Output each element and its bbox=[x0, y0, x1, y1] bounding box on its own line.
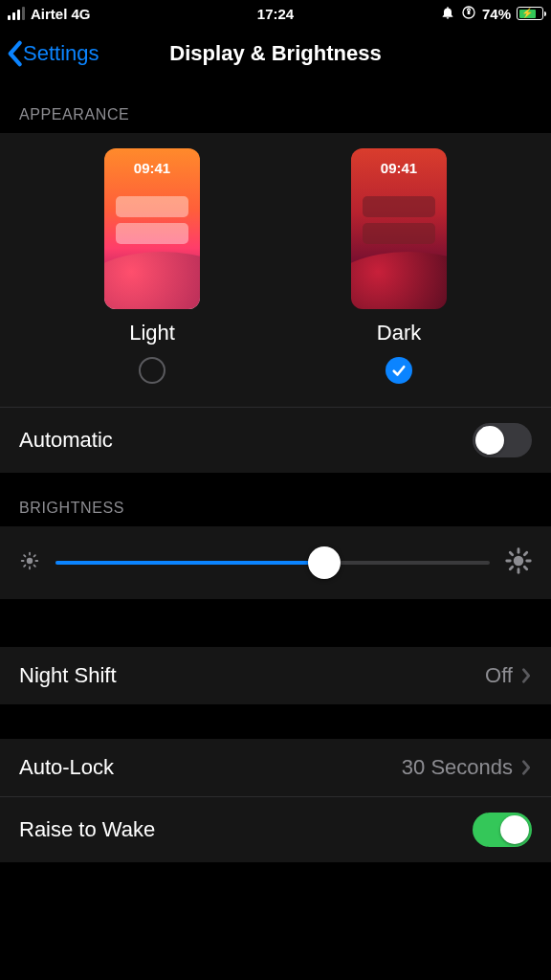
appearance-panel: 09:41 Light 09:41 Dark Automatic bbox=[0, 133, 551, 473]
svg-line-8 bbox=[24, 566, 25, 567]
light-preview-thumbnail: 09:41 bbox=[104, 148, 200, 309]
svg-point-10 bbox=[514, 556, 524, 567]
brightness-low-icon bbox=[19, 550, 40, 575]
svg-line-18 bbox=[524, 552, 526, 554]
battery-icon: ⚡ bbox=[517, 7, 543, 20]
brightness-header: BRIGHTNESS bbox=[0, 473, 551, 526]
svg-line-7 bbox=[34, 566, 35, 567]
automatic-row: Automatic bbox=[0, 407, 551, 473]
chevron-left-icon bbox=[6, 40, 23, 67]
back-label: Settings bbox=[23, 41, 99, 66]
page-title: Display & Brightness bbox=[169, 41, 381, 66]
appearance-option-dark[interactable]: 09:41 Dark bbox=[322, 148, 475, 384]
raise-to-wake-toggle[interactable] bbox=[473, 813, 532, 847]
light-label: Light bbox=[129, 321, 175, 345]
svg-line-16 bbox=[524, 567, 526, 568]
svg-line-6 bbox=[24, 555, 25, 556]
brightness-panel bbox=[0, 526, 551, 599]
svg-line-9 bbox=[34, 555, 35, 556]
back-button[interactable]: Settings bbox=[0, 40, 99, 67]
appearance-header: APPEARANCE bbox=[0, 79, 551, 133]
status-time: 17:24 bbox=[257, 6, 294, 22]
light-radio[interactable] bbox=[139, 357, 165, 384]
chevron-right-icon bbox=[520, 667, 532, 684]
svg-line-15 bbox=[510, 552, 512, 554]
auto-lock-row[interactable]: Auto-Lock 30 Seconds bbox=[0, 739, 551, 796]
brightness-slider[interactable] bbox=[55, 561, 490, 565]
svg-point-1 bbox=[27, 558, 33, 564]
night-shift-row[interactable]: Night Shift Off bbox=[0, 647, 551, 704]
alarm-icon bbox=[440, 5, 455, 23]
preview-time: 09:41 bbox=[104, 160, 200, 176]
nav-bar: Settings Display & Brightness bbox=[0, 27, 551, 79]
night-shift-value: Off bbox=[485, 663, 513, 688]
dark-preview-thumbnail: 09:41 bbox=[351, 148, 447, 309]
brightness-slider-thumb[interactable] bbox=[308, 546, 341, 579]
auto-lock-value: 30 Seconds bbox=[402, 755, 513, 780]
svg-line-17 bbox=[510, 567, 512, 568]
status-bar: Airtel 4G 17:24 74% ⚡ bbox=[0, 0, 551, 27]
dark-label: Dark bbox=[377, 321, 421, 345]
checkmark-icon bbox=[390, 362, 408, 379]
raise-to-wake-row: Raise to Wake bbox=[0, 796, 551, 862]
orientation-lock-icon bbox=[461, 5, 476, 23]
battery-percent: 74% bbox=[482, 6, 511, 22]
signal-strength-icon bbox=[8, 7, 25, 20]
brightness-high-icon bbox=[505, 547, 532, 578]
night-shift-label: Night Shift bbox=[19, 663, 117, 688]
auto-lock-label: Auto-Lock bbox=[19, 755, 114, 780]
preview-time: 09:41 bbox=[351, 160, 447, 176]
automatic-label: Automatic bbox=[19, 428, 113, 453]
raise-to-wake-label: Raise to Wake bbox=[19, 817, 155, 842]
appearance-option-light[interactable]: 09:41 Light bbox=[76, 148, 229, 384]
carrier-label: Airtel 4G bbox=[31, 6, 91, 22]
chevron-right-icon bbox=[520, 759, 532, 776]
dark-radio[interactable] bbox=[386, 357, 412, 384]
automatic-toggle[interactable] bbox=[473, 423, 532, 457]
